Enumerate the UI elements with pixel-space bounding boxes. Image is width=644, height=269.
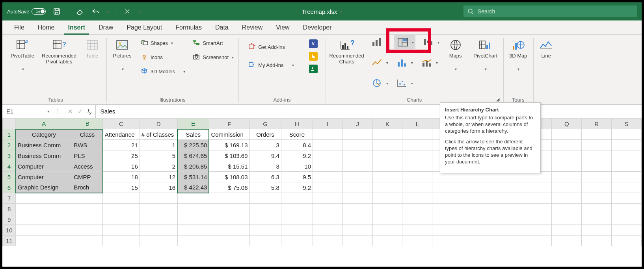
cell[interactable] xyxy=(462,182,492,193)
cell[interactable] xyxy=(432,193,462,204)
cell[interactable]: 18 xyxy=(103,172,140,182)
cancel-formula-icon[interactable]: ✕ xyxy=(68,108,73,115)
cell[interactable] xyxy=(402,236,432,246)
cell[interactable]: PLS xyxy=(72,150,103,161)
tab-insert[interactable]: Insert xyxy=(64,22,89,35)
cell[interactable] xyxy=(103,193,140,204)
cell[interactable] xyxy=(209,236,249,246)
cell[interactable] xyxy=(103,236,140,246)
cell[interactable]: Attendance xyxy=(103,129,140,140)
col-header-R[interactable]: R xyxy=(582,119,612,129)
cell[interactable] xyxy=(342,214,372,225)
cell[interactable] xyxy=(342,129,372,140)
cell[interactable] xyxy=(342,193,372,204)
cell[interactable] xyxy=(582,204,612,214)
cell[interactable] xyxy=(313,150,343,161)
cell[interactable] xyxy=(209,225,249,236)
cell[interactable]: 8.4 xyxy=(281,140,313,150)
cell[interactable] xyxy=(72,236,103,246)
cell[interactable]: $ 225.50 xyxy=(177,140,209,150)
cell[interactable] xyxy=(140,193,177,204)
cell[interactable] xyxy=(402,214,432,225)
recommended-pivottables-button[interactable]: ? Recommended PivotTables xyxy=(41,36,77,65)
select-all-corner[interactable] xyxy=(3,119,16,129)
waterfall-chart-button[interactable]: ▾ xyxy=(420,35,440,49)
cell[interactable] xyxy=(313,214,343,225)
pie-chart-button[interactable]: ▾ xyxy=(369,76,389,90)
cell[interactable] xyxy=(612,225,642,236)
cell[interactable] xyxy=(372,182,402,193)
cell[interactable] xyxy=(281,214,313,225)
col-header-K[interactable]: K xyxy=(372,119,402,129)
cell[interactable]: $ 422.43 xyxy=(177,182,209,193)
cell[interactable] xyxy=(16,225,72,236)
close-dropdown-icon[interactable]: ▾ xyxy=(138,9,140,14)
col-header-S[interactable]: S xyxy=(612,119,642,129)
pictures-button[interactable]: Pictures ▾ xyxy=(110,36,135,72)
cell[interactable] xyxy=(342,204,372,214)
cell[interactable] xyxy=(313,225,343,236)
cell[interactable] xyxy=(552,193,582,204)
cell[interactable]: $ 169.13 xyxy=(209,140,249,150)
spreadsheet-grid[interactable]: ABCDEFGHIJKLMNOPQRS1CategoryClassAttenda… xyxy=(2,118,642,267)
cell[interactable]: Class xyxy=(72,129,103,140)
tab-developer[interactable]: Developer xyxy=(299,22,336,35)
cell[interactable] xyxy=(209,204,249,214)
cell[interactable] xyxy=(372,204,402,214)
cell[interactable] xyxy=(103,225,140,236)
cell[interactable] xyxy=(72,193,103,204)
tab-file[interactable]: File xyxy=(10,22,28,35)
cell[interactable] xyxy=(462,236,492,246)
cell[interactable] xyxy=(582,150,612,161)
cell[interactable] xyxy=(552,182,582,193)
cell[interactable] xyxy=(552,140,582,150)
cell[interactable] xyxy=(313,236,343,246)
cell[interactable] xyxy=(16,214,72,225)
chevron-down-icon[interactable]: ▾ xyxy=(47,109,49,113)
cell[interactable] xyxy=(462,193,492,204)
cell[interactable] xyxy=(342,140,372,150)
row-header[interactable]: 9 xyxy=(3,214,16,225)
cell[interactable]: 6.3 xyxy=(249,172,281,182)
cell[interactable]: Access xyxy=(72,161,103,172)
cell[interactable] xyxy=(249,225,281,236)
autosave-toggle[interactable]: AutoSave Off xyxy=(7,8,46,15)
cell[interactable] xyxy=(402,193,432,204)
pivotchart-button[interactable]: PivotChart▾ xyxy=(471,36,500,72)
cell[interactable]: 1 xyxy=(140,140,177,150)
cell[interactable] xyxy=(582,172,612,182)
statistic-chart-button[interactable]: ▾ xyxy=(394,56,414,69)
cell[interactable] xyxy=(249,214,281,225)
cell[interactable] xyxy=(612,172,642,182)
tab-page-layout[interactable]: Page Layout xyxy=(123,22,166,35)
cell[interactable]: 10 xyxy=(281,161,313,172)
cell[interactable]: BWS xyxy=(72,140,103,150)
formula-input[interactable] xyxy=(96,105,642,118)
cell[interactable]: 3 xyxy=(249,161,281,172)
cell[interactable] xyxy=(140,236,177,246)
cell[interactable] xyxy=(177,193,209,204)
cell[interactable]: CMPP xyxy=(72,172,103,182)
recommended-charts-button[interactable]: ? Recommended Charts xyxy=(329,36,365,65)
cell[interactable] xyxy=(462,214,492,225)
cell[interactable] xyxy=(612,182,642,193)
cell[interactable] xyxy=(552,204,582,214)
cell[interactable] xyxy=(612,204,642,214)
col-header-B[interactable]: B xyxy=(72,119,103,129)
cell[interactable] xyxy=(432,236,462,246)
cell[interactable] xyxy=(342,225,372,236)
column-chart-button[interactable]: ▾ xyxy=(369,35,389,49)
cell[interactable]: Commission xyxy=(209,129,249,140)
cell[interactable] xyxy=(140,225,177,236)
cell[interactable] xyxy=(177,225,209,236)
cell[interactable]: Score xyxy=(281,129,313,140)
cell[interactable]: # of Classes xyxy=(140,129,177,140)
combo-chart-button[interactable]: ▾ xyxy=(419,56,439,69)
3d-map-button[interactable]: 3D Map▾ xyxy=(506,36,530,72)
cell[interactable] xyxy=(249,204,281,214)
people-addin-icon[interactable] xyxy=(309,65,318,73)
scatter-chart-button[interactable]: ▾ xyxy=(394,76,414,90)
tab-data[interactable]: Data xyxy=(211,22,233,35)
cell[interactable] xyxy=(372,150,402,161)
row-header[interactable]: 8 xyxy=(3,204,16,214)
